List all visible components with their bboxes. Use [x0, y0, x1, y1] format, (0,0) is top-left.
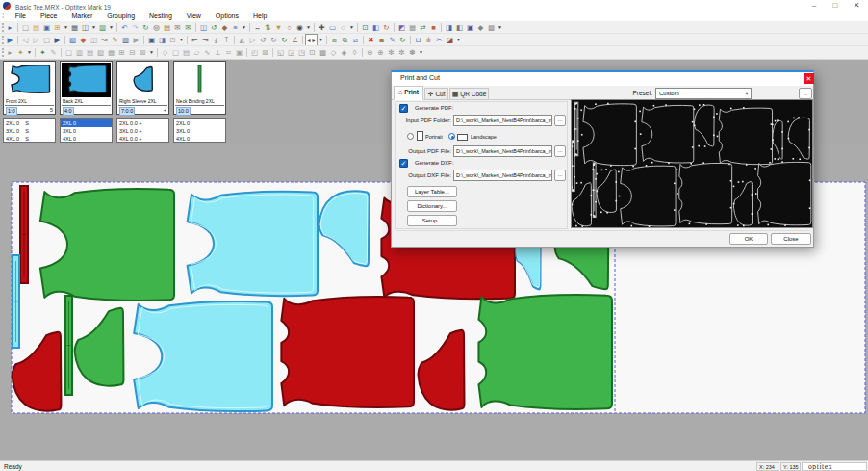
zoom-in-icon[interactable]: ✚ — [317, 21, 327, 34]
s1-icon[interactable]: ◰ — [249, 46, 260, 59]
spin-cw-icon[interactable]: ↻ — [268, 34, 279, 46]
gear-b-icon[interactable]: ✼ — [396, 46, 407, 59]
recycle-icon[interactable]: ↺ — [209, 21, 219, 34]
undo-icon[interactable]: ↶ — [119, 21, 130, 34]
refresh-icon[interactable]: ↻ — [140, 21, 151, 34]
align-up-icon[interactable]: ⤒ — [221, 34, 232, 46]
block-icon[interactable]: ■ — [428, 21, 439, 34]
gear-a-icon[interactable]: ✻ — [386, 46, 396, 59]
close-button[interactable]: ✕ — [847, 0, 866, 11]
tab-print[interactable]: ⌂Print — [394, 86, 423, 100]
cutter-icon[interactable]: ✂ — [434, 34, 445, 46]
piece-back-green-2[interactable] — [478, 295, 612, 409]
tab-qr-code[interactable]: ▦QR Code — [449, 88, 489, 100]
output-dxf-field[interactable]: D:\_work\_Marker\_NestB4Print\barca_ima — [453, 170, 552, 181]
find-piece-icon[interactable]: ◎ — [151, 21, 162, 34]
send-mail-icon[interactable]: ✉ — [172, 21, 183, 34]
size-row[interactable]: 2XL 0 — [61, 119, 112, 127]
generate-pdf-checkbox[interactable]: ✓ — [399, 104, 408, 113]
landscape-radio[interactable] — [448, 133, 455, 140]
piece-back-red-2[interactable] — [281, 297, 414, 407]
menu-item-file[interactable]: File — [8, 11, 33, 21]
magic-icon[interactable]: ✦ — [15, 46, 26, 59]
minimize-button[interactable]: – — [804, 0, 824, 11]
piece-strip-red-1[interactable] — [20, 186, 28, 283]
size-row[interactable]: 4XL 0 S — [4, 135, 55, 143]
toolbar-dropdown-caret-icon[interactable]: ▼ — [148, 46, 155, 59]
grid-icon[interactable]: ▦ — [407, 21, 418, 34]
toolbar-dropdown-caret-icon[interactable]: ▼ — [90, 21, 97, 34]
toolbar-dropdown-caret-icon[interactable]: ▼ — [241, 21, 247, 34]
piece-strip-green-1[interactable] — [65, 296, 72, 395]
t6-icon[interactable]: ⊞ — [116, 46, 127, 59]
align-down-icon[interactable]: ⤓ — [211, 34, 221, 46]
nest-route-icon[interactable]: ↝ — [99, 34, 110, 46]
redo-icon[interactable]: ↷ — [130, 21, 140, 34]
wand-icon[interactable]: ✦ — [38, 46, 48, 59]
nest-settings-icon[interactable]: ▧ — [67, 34, 78, 46]
rotate-free-icon[interactable]: ∠ — [290, 34, 300, 46]
s4-icon[interactable]: ◲ — [286, 46, 296, 59]
play-icon[interactable]: ▶ — [5, 34, 15, 46]
print-icon[interactable]: ▦ — [69, 21, 80, 34]
tab-cut[interactable]: ✛Cut — [424, 88, 448, 100]
dialog-close-button-bottom[interactable]: Close — [771, 233, 811, 245]
split-view-icon[interactable]: ◫ — [198, 21, 209, 34]
output-dxf-browse-button[interactable]: ... — [554, 170, 566, 181]
brush-icon[interactable]: ✎ — [48, 46, 59, 59]
spin-ccw-icon[interactable]: ↺ — [258, 34, 268, 46]
new-marker-icon[interactable]: ▢ — [20, 21, 31, 34]
piece-cell-front-2xl[interactable]: Front 2XL1:05 — [3, 61, 56, 115]
menu-item-piece[interactable]: Piece — [33, 11, 64, 21]
select-tool-icon[interactable]: ▸ — [5, 46, 15, 59]
report-icon[interactable]: ▤ — [162, 21, 172, 34]
preset-combobox[interactable]: Custom ▼ — [655, 88, 752, 99]
pairs-icon[interactable]: ◩ — [396, 21, 407, 34]
sort-sizes-icon[interactable]: ⇅ — [263, 21, 273, 34]
zoom-rect-icon[interactable]: ▭ — [327, 21, 338, 34]
size-row[interactable]: 4XL 0 — [61, 135, 112, 143]
overlap-icon[interactable]: ⧄ — [350, 34, 361, 46]
menu-item-help[interactable]: Help — [245, 11, 273, 21]
s7-icon[interactable]: ▩ — [318, 46, 328, 59]
filter-icon[interactable]: ▼ — [273, 21, 284, 34]
t3-icon[interactable]: ▤ — [85, 46, 95, 59]
step-back-icon[interactable]: ◁ — [20, 34, 31, 46]
menu-item-nesting[interactable]: Nesting — [142, 11, 180, 21]
rotate-cw-icon[interactable]: ↻ — [279, 34, 290, 46]
s9-icon[interactable]: ◈ — [339, 46, 349, 59]
toolbar-dropdown-caret-icon[interactable]: ▼ — [318, 34, 324, 46]
dialog-title-bar[interactable]: Print and Cut ✕ — [392, 72, 813, 86]
toolbar-dropdown-caret-icon[interactable]: ▼ — [108, 21, 115, 34]
toolbar-dropdown-caret-icon[interactable]: ▼ — [305, 21, 312, 34]
menu-item-view[interactable]: View — [179, 11, 208, 21]
print-preview-icon[interactable]: ◫ — [80, 21, 90, 34]
output-pdf-browse-button[interactable]: ... — [554, 145, 566, 157]
piece-cell-right-sleeve-2xl[interactable]: Right Sleeve 2XL7:0:0+ — [116, 61, 169, 115]
output-pdf-field[interactable]: D:\_work\_Marker\_NestB4Print\barca_ima — [453, 145, 552, 157]
generate-dxf-checkbox[interactable]: ✓ — [399, 159, 408, 168]
nest-auto-icon[interactable]: ◆ — [78, 34, 89, 46]
measure-icon[interactable]: ↔ — [252, 21, 263, 34]
save-as-icon[interactable]: ⊞ — [52, 21, 63, 34]
size-row[interactable]: 2XL 0 S — [4, 119, 55, 127]
select-all-icon[interactable]: ⊡ — [360, 21, 370, 34]
menu-item-options[interactable]: Options — [208, 11, 245, 21]
menu-item-marker[interactable]: Marker — [64, 11, 100, 21]
lock-icon[interactable]: ◙ — [376, 34, 387, 46]
nest-video-icon[interactable]: ▥ — [120, 34, 131, 46]
plot-icon[interactable]: ◆ — [219, 21, 230, 34]
step-icon[interactable]: ▷ — [31, 34, 41, 46]
toolbar-dropdown-caret-icon[interactable]: ▼ — [26, 46, 33, 59]
wave-icon[interactable]: ∿ — [202, 46, 213, 59]
hand-icon[interactable]: ▱ — [191, 46, 202, 59]
page-icon[interactable]: ▢ — [41, 34, 52, 46]
s5-icon[interactable]: ◳ — [296, 46, 307, 59]
size-row[interactable]: 2XL 0.0 + — [117, 119, 168, 127]
dialog-close-button[interactable]: ✕ — [804, 73, 814, 84]
layer-table-button[interactable]: Layer Table... — [407, 186, 457, 197]
export-excel-icon[interactable]: ▥ — [97, 21, 108, 34]
nest-pause-icon[interactable]: ◫ — [89, 34, 99, 46]
toolbar-dropdown-caret-icon[interactable]: ▼ — [418, 46, 424, 59]
group-icon[interactable]: ⧈ — [329, 34, 340, 46]
